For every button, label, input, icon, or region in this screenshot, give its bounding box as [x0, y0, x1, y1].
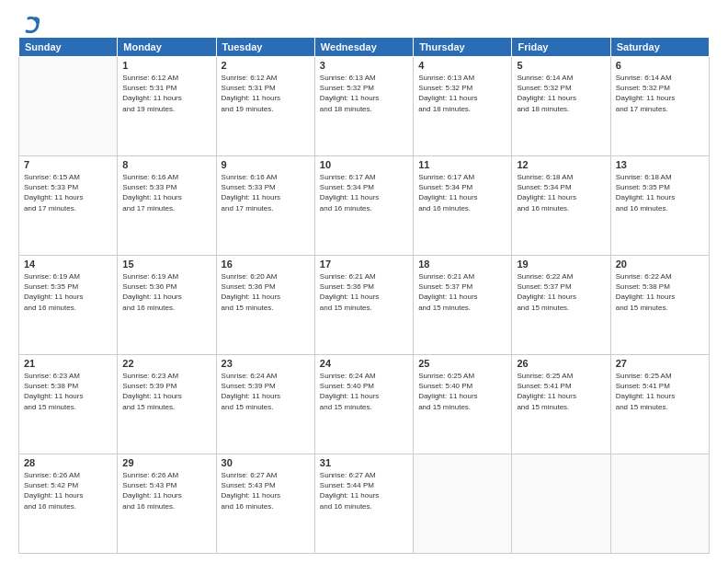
- day-number: 2: [222, 60, 310, 71]
- day-cell: 11Sunrise: 6:17 AM Sunset: 5:34 PM Dayli…: [414, 156, 512, 256]
- weekday-header-saturday: Saturday: [610, 38, 709, 57]
- day-info: Sunrise: 6:19 AM Sunset: 5:35 PM Dayligh…: [24, 271, 112, 313]
- day-info: Sunrise: 6:14 AM Sunset: 5:32 PM Dayligh…: [517, 73, 605, 114]
- day-cell: 10Sunrise: 6:17 AM Sunset: 5:34 PM Dayli…: [314, 156, 413, 256]
- day-number: 21: [24, 358, 112, 369]
- day-info: Sunrise: 6:12 AM Sunset: 5:31 PM Dayligh…: [122, 73, 210, 114]
- day-cell: [414, 454, 512, 554]
- day-number: 24: [320, 358, 408, 369]
- weekday-header-tuesday: Tuesday: [216, 38, 314, 57]
- weekday-header-row: SundayMondayTuesdayWednesdayThursdayFrid…: [19, 38, 710, 57]
- day-number: 10: [320, 159, 408, 170]
- weekday-header-monday: Monday: [118, 38, 216, 57]
- day-number: 16: [222, 259, 310, 270]
- day-info: Sunrise: 6:15 AM Sunset: 5:33 PM Dayligh…: [24, 172, 112, 213]
- day-info: Sunrise: 6:22 AM Sunset: 5:38 PM Dayligh…: [616, 271, 704, 313]
- day-info: Sunrise: 6:17 AM Sunset: 5:34 PM Dayligh…: [320, 172, 408, 213]
- weekday-header-wednesday: Wednesday: [314, 38, 413, 57]
- day-number: 22: [122, 358, 210, 369]
- day-cell: 14Sunrise: 6:19 AM Sunset: 5:35 PM Dayli…: [19, 256, 118, 355]
- day-cell: 18Sunrise: 6:21 AM Sunset: 5:37 PM Dayli…: [414, 256, 512, 355]
- day-number: 20: [616, 259, 704, 270]
- day-number: 27: [616, 358, 704, 369]
- day-info: Sunrise: 6:27 AM Sunset: 5:43 PM Dayligh…: [222, 470, 310, 511]
- page: SundayMondayTuesdayWednesdayThursdayFrid…: [0, 0, 728, 563]
- day-cell: 12Sunrise: 6:18 AM Sunset: 5:34 PM Dayli…: [512, 156, 610, 256]
- day-number: 30: [222, 457, 310, 468]
- day-info: Sunrise: 6:16 AM Sunset: 5:33 PM Dayligh…: [122, 172, 210, 213]
- day-number: 3: [320, 60, 408, 71]
- day-cell: 20Sunrise: 6:22 AM Sunset: 5:38 PM Dayli…: [610, 256, 709, 355]
- day-info: Sunrise: 6:25 AM Sunset: 5:40 PM Dayligh…: [418, 371, 506, 412]
- day-info: Sunrise: 6:16 AM Sunset: 5:33 PM Dayligh…: [222, 172, 310, 213]
- day-number: 26: [517, 358, 605, 369]
- day-cell: 26Sunrise: 6:25 AM Sunset: 5:41 PM Dayli…: [512, 355, 610, 454]
- day-cell: 4Sunrise: 6:13 AM Sunset: 5:32 PM Daylig…: [414, 57, 512, 156]
- day-cell: 31Sunrise: 6:27 AM Sunset: 5:44 PM Dayli…: [314, 454, 413, 554]
- day-number: 1: [122, 60, 210, 71]
- header: [18, 17, 710, 29]
- day-cell: 15Sunrise: 6:19 AM Sunset: 5:36 PM Dayli…: [118, 256, 216, 355]
- day-number: 28: [24, 457, 112, 468]
- day-number: 9: [222, 159, 310, 170]
- day-number: 23: [222, 358, 310, 369]
- day-number: 15: [122, 259, 210, 270]
- day-cell: 1Sunrise: 6:12 AM Sunset: 5:31 PM Daylig…: [118, 57, 216, 156]
- day-cell: 16Sunrise: 6:20 AM Sunset: 5:36 PM Dayli…: [216, 256, 314, 355]
- day-number: 25: [418, 358, 506, 369]
- day-info: Sunrise: 6:19 AM Sunset: 5:36 PM Dayligh…: [122, 271, 210, 313]
- day-number: 13: [616, 159, 704, 170]
- day-cell: 13Sunrise: 6:18 AM Sunset: 5:35 PM Dayli…: [610, 156, 709, 256]
- day-cell: 27Sunrise: 6:25 AM Sunset: 5:41 PM Dayli…: [610, 355, 709, 454]
- day-cell: 3Sunrise: 6:13 AM Sunset: 5:32 PM Daylig…: [314, 57, 413, 156]
- day-number: 11: [418, 159, 506, 170]
- day-info: Sunrise: 6:23 AM Sunset: 5:39 PM Dayligh…: [122, 371, 210, 412]
- week-row-2: 7Sunrise: 6:15 AM Sunset: 5:33 PM Daylig…: [19, 156, 710, 256]
- day-info: Sunrise: 6:17 AM Sunset: 5:34 PM Dayligh…: [418, 172, 506, 213]
- day-number: 8: [122, 159, 210, 170]
- day-info: Sunrise: 6:27 AM Sunset: 5:44 PM Dayligh…: [320, 470, 408, 511]
- day-cell: 5Sunrise: 6:14 AM Sunset: 5:32 PM Daylig…: [512, 57, 610, 156]
- day-cell: 25Sunrise: 6:25 AM Sunset: 5:40 PM Dayli…: [414, 355, 512, 454]
- day-info: Sunrise: 6:25 AM Sunset: 5:41 PM Dayligh…: [616, 371, 704, 412]
- day-info: Sunrise: 6:18 AM Sunset: 5:35 PM Dayligh…: [616, 172, 704, 213]
- day-cell: [610, 454, 709, 554]
- day-info: Sunrise: 6:14 AM Sunset: 5:32 PM Dayligh…: [616, 73, 704, 114]
- logo: [18, 17, 40, 29]
- day-cell: [512, 454, 610, 554]
- day-number: 6: [616, 60, 704, 71]
- day-cell: 9Sunrise: 6:16 AM Sunset: 5:33 PM Daylig…: [216, 156, 314, 256]
- day-cell: 17Sunrise: 6:21 AM Sunset: 5:36 PM Dayli…: [314, 256, 413, 355]
- day-cell: 7Sunrise: 6:15 AM Sunset: 5:33 PM Daylig…: [19, 156, 118, 256]
- day-info: Sunrise: 6:13 AM Sunset: 5:32 PM Dayligh…: [320, 73, 408, 114]
- day-cell: 30Sunrise: 6:27 AM Sunset: 5:43 PM Dayli…: [216, 454, 314, 554]
- week-row-5: 28Sunrise: 6:26 AM Sunset: 5:42 PM Dayli…: [19, 454, 710, 554]
- day-cell: [19, 57, 118, 156]
- day-cell: 22Sunrise: 6:23 AM Sunset: 5:39 PM Dayli…: [118, 355, 216, 454]
- day-number: 29: [122, 457, 210, 468]
- day-cell: 6Sunrise: 6:14 AM Sunset: 5:32 PM Daylig…: [610, 57, 709, 156]
- day-number: 19: [517, 259, 605, 270]
- day-info: Sunrise: 6:24 AM Sunset: 5:40 PM Dayligh…: [320, 371, 408, 412]
- day-number: 12: [517, 159, 605, 170]
- day-number: 7: [24, 159, 112, 170]
- day-info: Sunrise: 6:21 AM Sunset: 5:36 PM Dayligh…: [320, 271, 408, 313]
- day-number: 17: [320, 259, 408, 270]
- week-row-3: 14Sunrise: 6:19 AM Sunset: 5:35 PM Dayli…: [19, 256, 710, 355]
- day-info: Sunrise: 6:18 AM Sunset: 5:34 PM Dayligh…: [517, 172, 605, 213]
- day-info: Sunrise: 6:23 AM Sunset: 5:38 PM Dayligh…: [24, 371, 112, 412]
- day-number: 14: [24, 259, 112, 270]
- day-number: 4: [418, 60, 506, 71]
- day-info: Sunrise: 6:20 AM Sunset: 5:36 PM Dayligh…: [222, 271, 310, 313]
- day-info: Sunrise: 6:24 AM Sunset: 5:39 PM Dayligh…: [222, 371, 310, 412]
- day-cell: 19Sunrise: 6:22 AM Sunset: 5:37 PM Dayli…: [512, 256, 610, 355]
- day-info: Sunrise: 6:26 AM Sunset: 5:42 PM Dayligh…: [24, 470, 112, 511]
- weekday-header-friday: Friday: [512, 38, 610, 57]
- day-cell: 23Sunrise: 6:24 AM Sunset: 5:39 PM Dayli…: [216, 355, 314, 454]
- week-row-4: 21Sunrise: 6:23 AM Sunset: 5:38 PM Dayli…: [19, 355, 710, 454]
- day-cell: 24Sunrise: 6:24 AM Sunset: 5:40 PM Dayli…: [314, 355, 413, 454]
- weekday-header-thursday: Thursday: [414, 38, 512, 57]
- day-cell: 8Sunrise: 6:16 AM Sunset: 5:33 PM Daylig…: [118, 156, 216, 256]
- day-info: Sunrise: 6:13 AM Sunset: 5:32 PM Dayligh…: [418, 73, 506, 114]
- weekday-header-sunday: Sunday: [19, 38, 118, 57]
